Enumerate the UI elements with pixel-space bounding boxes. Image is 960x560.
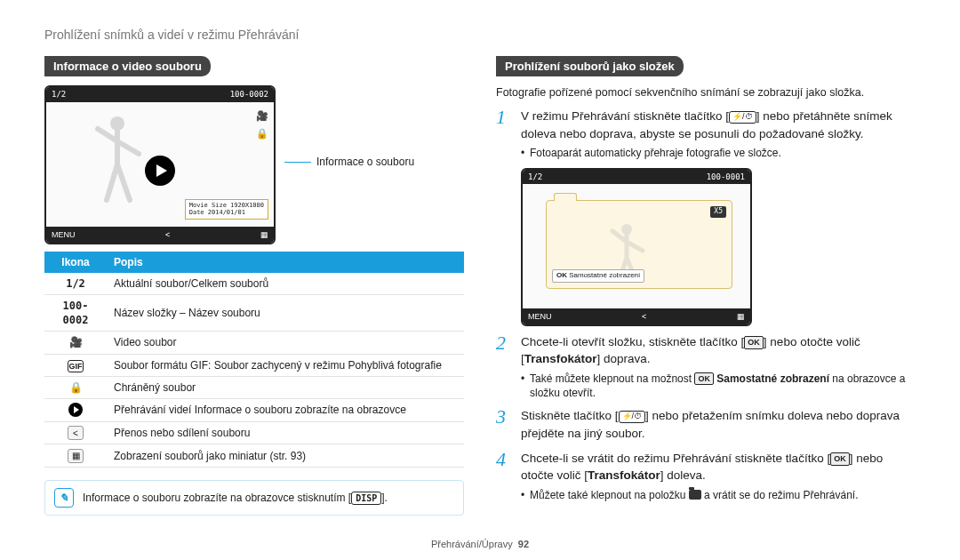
leader-line xyxy=(284,162,311,163)
step-3: 3 Stiskněte tlačítko [⚡/⏱] nebo přetažen… xyxy=(496,407,916,442)
preview2-counter: 1/2 xyxy=(528,172,542,182)
table-row: Přehrávání videí Informace o souboru zob… xyxy=(44,399,464,421)
step-2-sub: Také můžete klepnout na možnost OK Samos… xyxy=(521,372,916,400)
preview2-menu-label: MENU xyxy=(528,311,552,322)
dancer-figure-icon xyxy=(82,111,153,218)
ok-chip: OK xyxy=(830,452,850,466)
step-1: 1 V režimu Přehrávání stiskněte tlačítko… xyxy=(496,108,916,142)
step-1-sub: Fotoaparát automaticky přehraje fotograf… xyxy=(521,146,916,160)
page-title: Prohlížení snímků a videí v režimu Přehr… xyxy=(44,27,916,44)
table-row: <Přenos nebo sdílení souboru xyxy=(44,421,464,444)
left-column: Informace o video souboru 1/2 100-0002 🎥… xyxy=(44,56,464,531)
video-icon: 🎥 xyxy=(256,109,268,123)
th-icon: Ikona xyxy=(44,252,107,273)
flash-timer-icon: ⚡/⏱ xyxy=(619,411,646,423)
table-row: 100-0002Název složky – Název souboru xyxy=(44,295,464,332)
folder-icon xyxy=(689,490,701,500)
lock-icon: 🔒 xyxy=(256,127,268,140)
page-footer: Přehrávání/Úpravy 92 xyxy=(44,531,916,551)
info-note-icon: ✎ xyxy=(54,488,74,508)
intro-text: Fotografie pořízené pomocí sekvenčního s… xyxy=(496,85,916,100)
burst-badge: X5 xyxy=(710,206,726,218)
play-icon xyxy=(145,156,175,186)
icon-description-table: Ikona Popis 1/2Aktuální soubor/Celkem so… xyxy=(44,252,464,468)
right-column: Prohlížení souborů jako složek Fotografi… xyxy=(496,56,916,531)
step-4: 4 Chcete-li se vrátit do režimu Přehrává… xyxy=(496,450,916,484)
folder-preview: 1/2 100-0001 X5 OK Samostatné zobrazení … xyxy=(521,168,752,326)
preview-menu-label: MENU xyxy=(52,229,76,240)
table-row: 🔒Chráněný soubor xyxy=(44,377,464,399)
video-preview: 1/2 100-0002 🎥 🔒 Movie Size 1920X1080 Da… xyxy=(44,85,276,244)
step-2: 2 Chcete-li otevřít složku, stiskněte tl… xyxy=(496,333,916,368)
th-desc: Popis xyxy=(107,252,464,273)
table-row: ▦Zobrazení souborů jako miniatur (str. 9… xyxy=(44,444,464,468)
right-section-heading: Prohlížení souborů jako složek xyxy=(496,56,684,77)
step-4-sub: Můžete také klepnout na položku a vrátit… xyxy=(521,488,916,502)
play-icon xyxy=(68,403,83,417)
gif-icon: GIF xyxy=(68,360,84,372)
leader-label: Informace o souboru xyxy=(316,155,414,169)
ok-standalone-chip: OK Samostatné zobrazení xyxy=(552,269,644,283)
table-row: GIFSoubor formátu GIF: Soubor zachycený … xyxy=(44,354,464,377)
folder-stack-icon: X5 OK Samostatné zobrazení xyxy=(546,200,732,289)
info-note: ✎ Informace o souboru zobrazíte na obraz… xyxy=(44,480,464,516)
share-icon: < xyxy=(165,229,170,240)
share-icon: < xyxy=(68,426,84,440)
thumbnail-icon: ▦ xyxy=(737,311,745,322)
ok-chip: OK xyxy=(744,336,764,349)
preview2-file-id: 100-0001 xyxy=(707,172,745,182)
thumbnail-icon: ▦ xyxy=(68,449,84,463)
left-section-heading: Informace o video souboru xyxy=(44,56,211,77)
preview-counter: 1/2 xyxy=(52,89,66,100)
disp-chip: DISP xyxy=(351,492,381,506)
thumbnail-icon: ▦ xyxy=(260,229,268,240)
flash-timer-icon: ⚡/⏱ xyxy=(729,111,756,124)
lock-icon: 🔒 xyxy=(69,381,83,394)
video-icon: 🎥 xyxy=(69,336,83,348)
preview-info-box: Movie Size 1920X1080 Date 2014/01/01 xyxy=(185,199,268,220)
table-row: 1/2Aktuální soubor/Celkem souborů xyxy=(44,273,464,295)
table-row: 🎥Video soubor xyxy=(44,332,464,354)
ok-chip: OK xyxy=(694,372,714,385)
share-icon: < xyxy=(642,311,646,322)
preview-file-id: 100-0002 xyxy=(230,89,268,100)
